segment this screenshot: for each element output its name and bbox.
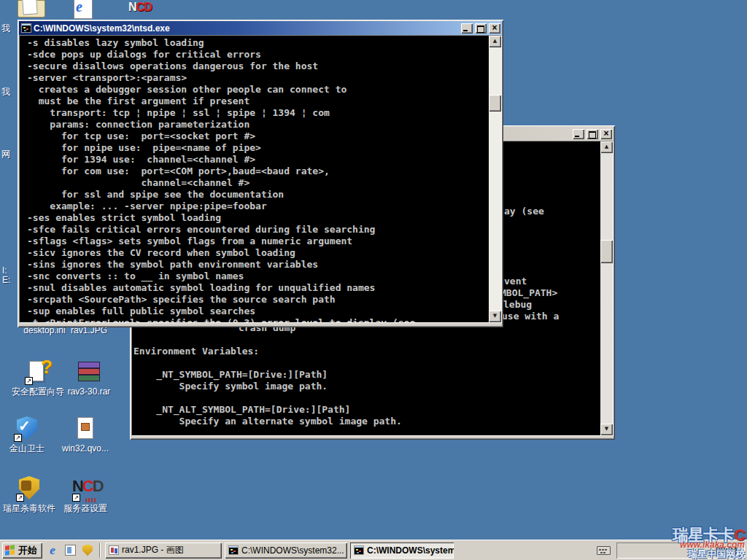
- gold-shield-icon: [82, 545, 93, 556]
- console-line: -secure disallows operations dangerous f…: [27, 61, 487, 72]
- desktop-icon-rising-antivirus[interactable]: ↗ 瑞星杀毒软件: [0, 475, 61, 513]
- quicklaunch-rising-icon[interactable]: [80, 543, 95, 558]
- winrar-book-icon: [78, 375, 100, 381]
- console-line: -t <PrintErrorLevel> specifies the (0-3)…: [27, 317, 487, 322]
- shortcut-arrow-icon: ↗: [14, 434, 22, 442]
- scroll-down-icon[interactable]: ▼: [600, 424, 613, 435]
- console-line: -ses enables strict symbol loading: [27, 212, 487, 224]
- close-button[interactable]: [600, 129, 612, 139]
- desktop-icon-security-wizard[interactable]: ? ↗ 安全配置向导: [10, 359, 66, 397]
- windows-logo-icon: [5, 545, 15, 556]
- thumbnail-icon: [81, 423, 90, 431]
- console-line: -sflags <flags> sets symbol flags from a…: [27, 236, 487, 247]
- maximize-button[interactable]: [475, 23, 487, 34]
- desktop-icon-label-fragment: E:: [2, 275, 10, 285]
- desktop-icon-label: 服务器设置: [59, 503, 112, 513]
- console-line-fragment: MBOL_PATH>: [500, 287, 557, 299]
- desktop-icon-label: 瑞星杀毒软件: [0, 503, 61, 513]
- show-desktop-icon: [65, 545, 76, 556]
- scrollbar-thumb[interactable]: [489, 95, 501, 112]
- maximize-button[interactable]: [587, 129, 598, 139]
- my-documents-icon[interactable]: [18, 0, 45, 18]
- console-line: channel=<channel #>: [27, 177, 487, 189]
- close-button[interactable]: [489, 23, 500, 34]
- console-line: -sfce fails critical errors encountered …: [27, 224, 487, 236]
- desktop-icon-server-settings[interactable]: NCD ↗ 服务器设置: [59, 475, 112, 513]
- quicklaunch-ie-icon[interactable]: e: [45, 543, 60, 558]
- ncd-letter: D: [144, 1, 152, 13]
- front-window-titlebar[interactable]: C:\WINDOWS\system32\ntsd.exe: [19, 21, 502, 35]
- console-line: -snul disables automatic symbol loading …: [27, 282, 487, 294]
- scroll-up-icon[interactable]: ▲: [489, 36, 501, 47]
- taskbar-separator: [99, 543, 101, 558]
- desktop-icon-label-fragment: 网: [1, 148, 10, 160]
- desktop-icon-label-fragment: 我: [1, 23, 10, 35]
- console-line: -srcpath <SourcePath> specifies the sour…: [27, 294, 487, 306]
- console-line: params: connection parameterization: [27, 119, 487, 131]
- scrollbar-thumb[interactable]: [600, 240, 613, 263]
- quicklaunch-show-desktop-icon[interactable]: [63, 543, 77, 558]
- console-line: for npipe use: pipe=<name of pipe>: [27, 142, 487, 154]
- console-app-icon: [228, 545, 239, 555]
- desktop-icon-kingsoft-guard[interactable]: ✓ ↗ 金山卫士: [1, 416, 53, 454]
- ie-e-icon: e: [76, 0, 82, 15]
- ncd-logo-icon[interactable]: NCD: [128, 1, 158, 14]
- console-line: Environment Variables:: [133, 346, 259, 357]
- lion-face-icon: [21, 481, 31, 491]
- ie-e-icon: e: [50, 543, 55, 558]
- console-line: must be the first argument if present: [27, 96, 487, 107]
- check-icon: ✓: [18, 417, 31, 435]
- console-line-fragment: lebug: [503, 299, 532, 311]
- console-line: for ssl and spipe see the documentation: [27, 189, 487, 201]
- ncd-letter: C: [82, 477, 93, 495]
- ncd-letter: N: [128, 1, 136, 13]
- console-line: creates a debugger session other people …: [27, 84, 487, 96]
- winrar-book-icon: [78, 362, 100, 368]
- task-button-label: rav1.JPG - 画图: [122, 544, 184, 556]
- shortcut-arrow-icon: ↗: [72, 494, 80, 502]
- shortcut-arrow-icon: ↗: [16, 494, 24, 502]
- shortcut-arrow-icon: ↗: [25, 377, 33, 385]
- front-console-scrollbar[interactable]: ▲ ▼: [489, 36, 501, 322]
- front-console-window[interactable]: C:\WINDOWS\system32\ntsd.exe -s disables…: [18, 20, 503, 327]
- scroll-down-icon[interactable]: ▼: [489, 311, 501, 322]
- system-tray: 09:24: [616, 542, 745, 559]
- console-line-fragment: vent: [504, 276, 527, 287]
- paper-icon: [22, 0, 37, 15]
- console-line-fragment: ay (see: [504, 206, 544, 217]
- console-line: Specify symbol image path.: [133, 381, 328, 392]
- ie-document-icon[interactable]: e: [72, 0, 97, 20]
- back-console-scrollbar[interactable]: ▲ ▼: [600, 141, 613, 435]
- desktop-icon-rar-archive[interactable]: rav3-30.rar: [63, 359, 115, 397]
- console-line: Specify an alternate symbol image path.: [133, 416, 402, 427]
- minimize-button[interactable]: [461, 23, 473, 34]
- task-button-console-1[interactable]: C:\WINDOWS\system32...: [225, 542, 347, 559]
- input-method-keyboard-icon[interactable]: [597, 546, 611, 555]
- console-app-icon: [354, 545, 364, 555]
- minimize-button[interactable]: [573, 129, 584, 139]
- scroll-up-icon[interactable]: ▲: [600, 141, 613, 153]
- front-console-output: -s disables lazy symbol loading-sdce pop…: [19, 35, 502, 323]
- document-icon: [77, 417, 93, 439]
- console-line: -sdce pops up dialogs for critical error…: [27, 49, 487, 61]
- front-window-title: C:\WINDOWS\system32\ntsd.exe: [34, 23, 459, 34]
- start-button[interactable]: 开始: [2, 542, 42, 559]
- task-button-paint[interactable]: rav1.JPG - 画图: [105, 542, 222, 559]
- desktop: 我 我 网 I: E: e NCD desktop.ini rav1.JPG ?…: [0, 0, 747, 560]
- desktop-icon-win32-file[interactable]: win32.qvo...: [59, 416, 112, 454]
- desktop-icon-label-fragment: 我: [1, 86, 10, 98]
- taskbar: 开始 e rav1.JPG - 画图 C:\WINDOWS\system32..…: [0, 540, 747, 560]
- console-line: _NT_ALT_SYMBOL_PATH=[Drive:][Path]: [133, 404, 350, 416]
- ncd-letter: N: [72, 477, 82, 495]
- console-line: -snc converts :: to __ in symbol names: [27, 271, 487, 282]
- task-button-console-2[interactable]: C:\WINDOWS\system32...: [350, 542, 454, 559]
- console-line-fragment: use with a: [502, 311, 559, 322]
- console-line: for tcp use: port=<socket port #>: [27, 131, 487, 142]
- desktop-icon-label: rav3-30.rar: [63, 386, 115, 397]
- start-button-label: 开始: [18, 544, 37, 557]
- console-text: -s disables lazy symbol loading-sdce pop…: [27, 37, 487, 322]
- console-line: -sins ignores the symbol path environmen…: [27, 259, 487, 271]
- console-line: -sup enables full public symbol searches: [27, 306, 487, 317]
- desktop-icon-label: win32.qvo...: [59, 443, 112, 454]
- winrar-book-icon: [78, 368, 100, 375]
